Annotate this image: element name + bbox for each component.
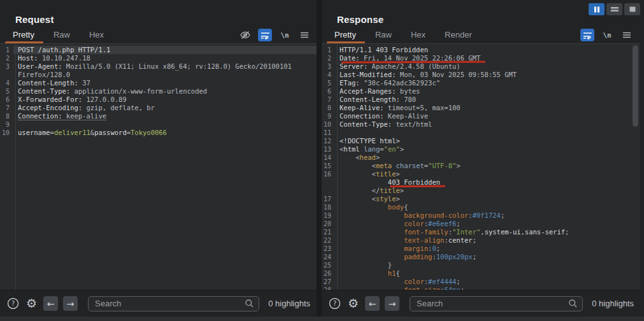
tab[interactable]: Raw bbox=[375, 30, 392, 39]
code-line: 5ETag: "30c-642adc362923c" bbox=[322, 79, 640, 87]
highlights-count: 0 highlights bbox=[264, 299, 310, 308]
request-title: Request bbox=[15, 14, 54, 25]
search-field-wrap bbox=[410, 296, 583, 311]
code-line: 17 <style> bbox=[322, 195, 640, 203]
menu-icon bbox=[300, 31, 309, 39]
settings-button[interactable]: ⚙ bbox=[347, 297, 360, 310]
tab[interactable]: Hex bbox=[89, 30, 104, 39]
editor-menu-button[interactable] bbox=[620, 29, 634, 41]
help-button[interactable]: ? bbox=[6, 297, 20, 310]
code-line: 14 <head> bbox=[322, 153, 640, 162]
code-line: 9Connection: Keep-Alive bbox=[322, 112, 640, 120]
next-match-button[interactable]: → bbox=[385, 296, 399, 311]
request-panel: Request PrettyRawHex \n bbox=[0, 0, 317, 317]
code-line: 403 Forbidden bbox=[322, 178, 640, 187]
svg-text:?: ? bbox=[11, 299, 15, 307]
request-editor[interactable]: 1POST /auth.php HTTP/1.12Host: 10.10.247… bbox=[0, 44, 317, 290]
tab[interactable]: Pretty bbox=[334, 30, 356, 39]
code-line: 23 margin:0; bbox=[322, 245, 640, 253]
response-panel: Response PrettyRawHexRender \n 1HTTP/1.1… bbox=[322, 0, 640, 317]
code-line: 4Content-Length: 37 bbox=[0, 79, 317, 87]
arrow-left-icon: ← bbox=[47, 299, 55, 308]
prev-match-button[interactable]: ← bbox=[365, 296, 380, 311]
code-line: 3Server: Apache/2.4.58 (Ubuntu) bbox=[322, 62, 640, 71]
search-field-wrap bbox=[88, 296, 259, 311]
gear-icon: ⚙ bbox=[26, 297, 37, 310]
search-icon bbox=[245, 299, 254, 308]
code-line: Firefox/128.0 bbox=[0, 71, 317, 79]
arrow-right-icon: → bbox=[67, 299, 75, 308]
split-rows-button[interactable] bbox=[606, 3, 622, 15]
next-match-button[interactable]: → bbox=[63, 296, 78, 311]
code-line: 16 <title> bbox=[322, 170, 640, 178]
code-line: 11 bbox=[322, 129, 640, 137]
help-button[interactable]: ? bbox=[328, 297, 341, 310]
word-wrap-icon bbox=[583, 31, 592, 39]
code-line: 24 padding:100px20px; bbox=[322, 253, 640, 261]
window-bottom-edge bbox=[0, 317, 644, 321]
square-icon bbox=[629, 6, 636, 12]
red-underline-annotation bbox=[390, 185, 445, 187]
code-line: 1POST /auth.php HTTP/1.1 bbox=[0, 46, 317, 54]
response-title: Response bbox=[337, 14, 383, 25]
code-line: 2Date: Fri, 14 Nov 2025 22:26:06 GMT bbox=[322, 54, 640, 62]
code-line: 10username=deliver11&password=Tokyo0066 bbox=[0, 129, 317, 137]
code-line: </title> bbox=[322, 187, 640, 195]
arrow-left-icon: ← bbox=[369, 299, 376, 308]
search-input[interactable] bbox=[410, 296, 583, 311]
code-line: 18 body{ bbox=[322, 203, 640, 211]
prev-match-button[interactable]: ← bbox=[43, 296, 58, 311]
code-line: 10Content-Type: text/html bbox=[322, 120, 640, 129]
highlights-count: 0 highlights bbox=[588, 299, 634, 308]
window-layout-controls bbox=[589, 3, 640, 15]
stop-button[interactable] bbox=[624, 3, 640, 15]
code-line: 1HTTP/1.1 403 Forbidden bbox=[322, 46, 640, 54]
newline-icon: \n bbox=[280, 31, 289, 39]
code-line: 21 font-family:"Inter",system-ui,sans-se… bbox=[322, 228, 640, 236]
code-line: 5Content-Type: application/x-www-form-ur… bbox=[0, 87, 317, 96]
newline-icon: \n bbox=[603, 31, 611, 39]
panel-divider[interactable] bbox=[317, 0, 322, 317]
response-tabs: PrettyRawHexRender bbox=[334, 30, 472, 39]
help-icon: ? bbox=[7, 297, 19, 310]
request-search-bar: ? ⚙ ← → 0 highlights bbox=[0, 290, 317, 317]
newline-button[interactable]: \n bbox=[278, 29, 292, 41]
eye-off-icon bbox=[240, 30, 251, 40]
response-search-bar: ? ⚙ ← → 0 highlights bbox=[322, 290, 640, 317]
code-line: 22 text-align:center; bbox=[322, 236, 640, 245]
request-toolbar: \n bbox=[238, 28, 311, 42]
editor-menu-button[interactable] bbox=[297, 29, 311, 41]
arrow-right-icon: → bbox=[389, 299, 396, 308]
code-line: 15 <meta charset="UTF-8"> bbox=[322, 162, 640, 170]
eye-off-button[interactable] bbox=[238, 29, 252, 41]
code-line: 7Accept-Encoding: gzip, deflate, br bbox=[0, 104, 317, 112]
gear-icon: ⚙ bbox=[348, 297, 359, 310]
search-input[interactable] bbox=[88, 296, 259, 311]
code-line: 25 } bbox=[322, 261, 640, 269]
word-wrap-button[interactable] bbox=[258, 29, 272, 41]
code-line: 26 h1{ bbox=[322, 269, 640, 278]
code-line: 6Accept-Ranges: bytes bbox=[322, 87, 640, 96]
search-icon bbox=[568, 299, 578, 308]
code-line: 9 bbox=[0, 120, 317, 129]
code-line: 19 background-color:#0f1724; bbox=[322, 211, 640, 220]
response-toolbar: \n bbox=[580, 28, 634, 42]
tab[interactable]: Raw bbox=[54, 30, 70, 39]
code-line: 2Host: 10.10.247.18 bbox=[0, 54, 317, 62]
pause-icon bbox=[594, 6, 600, 13]
response-editor: 1HTTP/1.1 403 Forbidden2Date: Fri, 14 No… bbox=[322, 44, 640, 290]
newline-button[interactable]: \n bbox=[600, 29, 614, 41]
tab[interactable]: Render bbox=[445, 30, 472, 39]
tab[interactable]: Hex bbox=[411, 30, 426, 39]
word-wrap-button[interactable] bbox=[580, 29, 594, 41]
code-line: 12<!DOCTYPE html> bbox=[322, 137, 640, 145]
code-line: 4Last-Modified: Mon, 03 Nov 2025 09:58:5… bbox=[322, 71, 640, 79]
svg-text:?: ? bbox=[333, 299, 337, 307]
code-line: 8Keep-Alive: timeout=5, max=100 bbox=[322, 104, 640, 112]
settings-button[interactable]: ⚙ bbox=[25, 297, 38, 310]
menu-icon bbox=[622, 31, 631, 39]
code-line: 6X-Forwarded-For: 127.0.0.89 bbox=[0, 96, 317, 104]
tab[interactable]: Pretty bbox=[13, 30, 34, 39]
pause-button[interactable] bbox=[589, 3, 605, 15]
word-wrap-icon bbox=[261, 31, 270, 39]
